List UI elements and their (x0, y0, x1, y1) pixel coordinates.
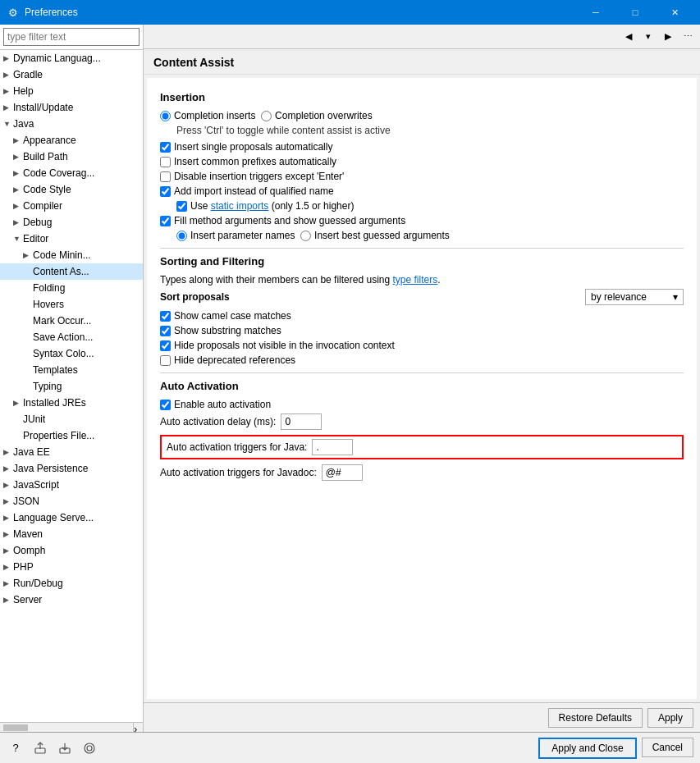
sidebar-item-json[interactable]: ▶JSON (0, 493, 143, 509)
sidebar-item-label: Templates (33, 364, 78, 376)
close-button[interactable]: ✕ (656, 0, 693, 25)
sidebar-item-hovers[interactable]: Hovers (0, 296, 143, 313)
arrow-icon: ▶ (3, 514, 11, 522)
sidebar-item-java-persistence[interactable]: ▶Java Persistence (0, 460, 143, 477)
sidebar-item-junit[interactable]: JUnit (0, 411, 143, 427)
sidebar-item-maven[interactable]: ▶Maven (0, 526, 143, 542)
insert-param-label: Insert parameter names (190, 230, 295, 241)
sidebar-item-label: Code Coverag... (23, 167, 94, 179)
sidebar-item-properties-file[interactable]: Properties File... (0, 427, 143, 444)
settings-icon[interactable] (80, 739, 98, 757)
enable-auto-activation-label: Enable auto activation (174, 399, 271, 410)
scroll-arrow-right[interactable]: › (133, 723, 143, 732)
svg-point-4 (87, 746, 92, 751)
sidebar-item-syntax-coloring[interactable]: Syntax Colo... (0, 345, 143, 362)
type-filters-link[interactable]: type filters (393, 274, 438, 286)
java-triggers-row: Auto activation triggers for Java: (160, 435, 684, 459)
minimize-button[interactable]: ─ (577, 0, 615, 25)
java-triggers-input[interactable] (312, 439, 353, 455)
sidebar-item-dynamic-language[interactable]: ▶Dynamic Languag... (0, 50, 143, 66)
sort-dropdown[interactable]: by relevance ▾ (585, 289, 684, 305)
bottom-action-bar: Restore Defaults Apply (144, 702, 700, 732)
sidebar-item-typing[interactable]: Typing (0, 378, 143, 395)
apply-and-close-button[interactable]: Apply and Close (538, 738, 636, 759)
sidebar-item-label: Code Style (23, 184, 71, 195)
sidebar-item-label: Java (13, 118, 34, 130)
hide-not-visible-checkbox[interactable] (160, 340, 171, 351)
show-substring-checkbox[interactable] (160, 326, 171, 336)
sidebar-item-templates[interactable]: Templates (0, 362, 143, 378)
cancel-button[interactable]: Cancel (642, 738, 693, 757)
sidebar-item-code-mining[interactable]: ▶Code Minin... (0, 247, 143, 263)
disable-triggers-checkbox[interactable] (160, 171, 171, 182)
delay-input[interactable] (281, 413, 322, 430)
fill-method-checkbox[interactable] (160, 216, 171, 226)
insert-common-checkbox[interactable] (160, 157, 171, 167)
sidebar-item-save-actions[interactable]: Save Action... (0, 329, 143, 345)
insert-single-row: Insert single proposals automatically (160, 141, 684, 153)
sidebar-item-label: Language Serve... (13, 512, 94, 523)
import-icon[interactable] (56, 739, 74, 757)
javadoc-triggers-input[interactable] (322, 464, 363, 481)
arrow-icon: ▶ (23, 251, 31, 259)
sidebar-item-gradle[interactable]: ▶Gradle (0, 66, 143, 83)
sidebar-item-debug[interactable]: ▶Debug (0, 214, 143, 231)
show-substring-row: Show substring matches (160, 325, 684, 336)
sidebar-item-folding[interactable]: Folding (0, 280, 143, 296)
sidebar-item-help[interactable]: ▶Help (0, 83, 143, 99)
sidebar-item-label: JUnit (23, 413, 45, 425)
sidebar-item-installed-jres[interactable]: ▶Installed JREs (0, 395, 143, 411)
sidebar-item-language-server[interactable]: ▶Language Serve... (0, 509, 143, 526)
divider-1 (160, 248, 684, 249)
sidebar-item-server[interactable]: ▶Server (0, 592, 143, 608)
sidebar-item-editor[interactable]: ▼Editor (0, 231, 143, 247)
completion-overwrites-radio[interactable] (261, 111, 272, 121)
sidebar-item-javascript[interactable]: ▶JavaScript (0, 477, 143, 493)
sidebar-item-mark-occurrences[interactable]: Mark Occur... (0, 313, 143, 329)
insert-best-guessed-radio[interactable] (300, 231, 311, 241)
completion-inserts-radio[interactable] (160, 111, 171, 121)
insert-single-checkbox[interactable] (160, 142, 171, 153)
back-menu-button[interactable]: ▾ (639, 28, 657, 46)
sidebar-item-appearance[interactable]: ▶Appearance (0, 132, 143, 148)
sidebar-item-build-path[interactable]: ▶Build Path (0, 148, 143, 165)
sidebar-item-oomph[interactable]: ▶Oomph (0, 542, 143, 559)
use-static-imports-checkbox[interactable] (176, 201, 187, 212)
show-camel-checkbox[interactable] (160, 311, 171, 322)
apply-button[interactable]: Apply (647, 708, 693, 728)
sidebar-item-compiler[interactable]: ▶Compiler (0, 198, 143, 214)
forward-button[interactable]: ▶ (659, 28, 677, 46)
help-icon[interactable]: ? (7, 739, 25, 757)
sidebar-item-java-ee[interactable]: ▶Java EE (0, 444, 143, 460)
filter-input[interactable] (3, 28, 140, 46)
completion-inserts-label: Completion inserts (174, 110, 255, 121)
sidebar-item-label: Oomph (13, 545, 45, 556)
add-import-checkbox[interactable] (160, 186, 171, 197)
restore-defaults-button[interactable]: Restore Defaults (548, 708, 643, 728)
horizontal-scrollbar[interactable] (0, 723, 133, 732)
sidebar-item-label: Dynamic Languag... (13, 53, 101, 64)
hide-not-visible-label: Hide proposals not visible in the invoca… (174, 340, 395, 351)
javadoc-triggers-row: Auto activation triggers for Javadoc: (160, 464, 684, 481)
hide-deprecated-checkbox[interactable] (160, 355, 171, 366)
maximize-button[interactable]: □ (616, 0, 654, 25)
export-icon[interactable] (31, 739, 49, 757)
sidebar-item-code-coverage[interactable]: ▶Code Coverag... (0, 165, 143, 181)
back-button[interactable]: ◀ (620, 28, 638, 46)
arrow-icon: ▼ (13, 235, 21, 243)
insert-param-radio[interactable] (176, 231, 187, 241)
show-camel-label: Show camel case matches (174, 310, 291, 322)
sidebar-item-java[interactable]: ▼Java (0, 116, 143, 132)
more-menu-button[interactable]: ⋯ (679, 28, 697, 46)
sidebar-tree: ▶Dynamic Languag...▶Gradle▶Help▶Install/… (0, 50, 143, 722)
sidebar-item-install-update[interactable]: ▶Install/Update (0, 99, 143, 116)
arrow-icon: ▼ (3, 120, 11, 128)
panel-title: Content Assist (144, 49, 700, 75)
enable-auto-activation-checkbox[interactable] (160, 400, 171, 410)
static-imports-link[interactable]: static imports (211, 200, 269, 212)
sidebar-item-php[interactable]: ▶PHP (0, 559, 143, 575)
sidebar-item-code-style[interactable]: ▶Code Style (0, 181, 143, 198)
sidebar-item-content-assist[interactable]: Content As... (0, 263, 143, 280)
sidebar-item-run-debug[interactable]: ▶Run/Debug (0, 575, 143, 592)
type-filters-description: Types along with their members can be fi… (160, 274, 390, 286)
